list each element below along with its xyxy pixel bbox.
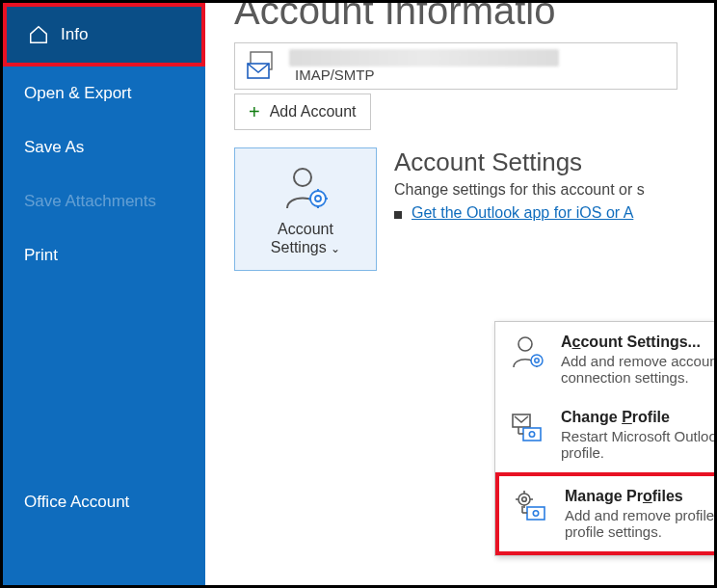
backstage-sidebar: Info Open & Export Save As Save Attachme…: [3, 3, 205, 585]
sidebar-item-info[interactable]: Info: [3, 3, 205, 67]
sidebar-item-office-account[interactable]: Office Account: [3, 475, 205, 529]
dd-manage-profiles[interactable]: Manage Profiles Add and remove profiles …: [495, 472, 717, 555]
dd-account-settings[interactable]: Account Settings... Add and remove accou…: [495, 322, 717, 397]
sidebar-label: Info: [61, 25, 88, 44]
sidebar-item-print[interactable]: Print: [3, 228, 205, 282]
account-type: IMAP/SMTP: [295, 67, 559, 83]
add-account-button[interactable]: + Add Account: [234, 94, 371, 130]
account-settings-button[interactable]: Account Settings ⌄: [234, 147, 377, 271]
sidebar-item-open-export[interactable]: Open & Export: [3, 67, 205, 120]
mail-account-icon: [247, 50, 279, 83]
svg-rect-13: [523, 428, 541, 441]
sidebar-label: Office Account: [24, 493, 129, 512]
main-panel: Account Informatio IMAP/SMTP + Add Accou…: [205, 3, 714, 585]
person-gear-icon: [279, 162, 332, 214]
plus-icon: +: [249, 102, 260, 121]
svg-point-24: [533, 511, 538, 516]
svg-point-2: [294, 169, 311, 186]
svg-point-14: [529, 432, 534, 437]
svg-point-18: [522, 497, 527, 502]
bullet-icon: [394, 211, 402, 219]
home-icon: [28, 24, 49, 45]
sidebar-label: Save As: [24, 138, 84, 157]
account-email-blurred: [289, 49, 559, 67]
svg-point-9: [518, 337, 532, 351]
settings-desc: Change settings for this account or s: [394, 181, 645, 199]
sidebar-label: Save Attachments: [24, 192, 156, 211]
dd-text: Manage Profiles Add and remove profiles …: [565, 488, 717, 540]
folder-profile-icon: [509, 409, 547, 447]
chevron-down-icon: ⌄: [331, 242, 340, 255]
account-selector[interactable]: IMAP/SMTP: [234, 42, 677, 90]
outlook-app-link[interactable]: Get the Outlook app for iOS or A: [412, 204, 633, 222]
gear-profile-icon: [513, 488, 551, 526]
svg-rect-23: [527, 507, 544, 520]
person-gear-icon: [509, 334, 547, 372]
svg-point-3: [310, 191, 326, 206]
dd-change-profile[interactable]: Change Profile Restart Microsoft Outlook…: [495, 397, 717, 472]
page-title: Account Informatio: [234, 0, 714, 33]
sidebar-item-save-as[interactable]: Save As: [3, 120, 205, 174]
dd-text: Change Profile Restart Microsoft Outlook…: [561, 409, 717, 461]
settings-btn-text: Account Settings ⌄: [271, 220, 340, 256]
svg-point-10: [531, 355, 543, 366]
sidebar-item-save-attachments: Save Attachments: [3, 174, 205, 228]
sidebar-label: Print: [24, 246, 58, 265]
dd-text: Account Settings... Add and remove accou…: [561, 334, 717, 386]
account-settings-dropdown: Account Settings... Add and remove accou…: [494, 321, 717, 556]
settings-heading: Account Settings: [394, 147, 645, 177]
svg-point-17: [518, 494, 530, 505]
sidebar-label: Open & Export: [24, 84, 132, 103]
add-account-label: Add Account: [270, 103, 357, 120]
settings-description: Account Settings Change settings for thi…: [394, 147, 645, 222]
